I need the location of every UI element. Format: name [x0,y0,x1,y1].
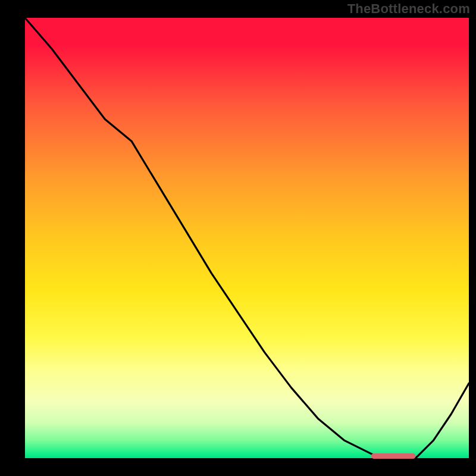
attribution-label: TheBottleneck.com [347,1,470,17]
bottleneck-curve [25,18,469,458]
flat-segment-marker [371,453,416,459]
chart-frame: TheBottleneck.com [0,0,476,476]
curve-path [25,18,469,458]
plot-area [25,18,469,458]
